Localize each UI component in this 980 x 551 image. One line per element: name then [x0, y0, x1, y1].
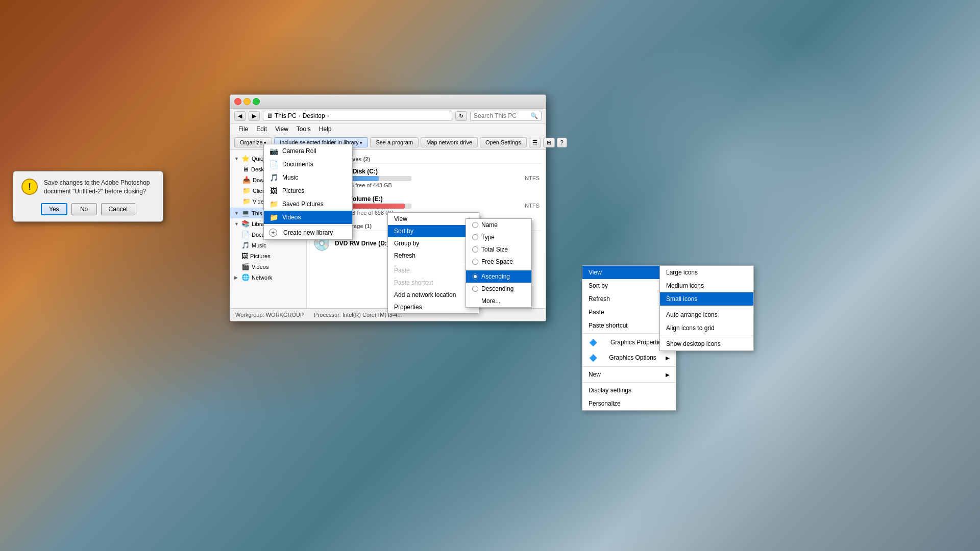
- open-settings-button[interactable]: Open Settings: [480, 137, 527, 147]
- breadcrumb-this-pc[interactable]: This PC: [275, 112, 297, 119]
- minimize-button[interactable]: [243, 98, 251, 105]
- lib-menu-saved-pictures[interactable]: 📁 Saved Pictures: [264, 197, 352, 211]
- drive-c-details: Local Disk (C:) 253 GB free of 443 GB: [335, 168, 521, 188]
- map-drive-button[interactable]: Map network drive: [421, 137, 478, 147]
- vsub-large-icons-label: Large icons: [666, 269, 698, 276]
- pictures-icon: 🖼: [241, 252, 248, 260]
- lib-create-new-label: Create new library: [283, 229, 333, 236]
- ctx-paste-shortcut-label: Paste shortcut: [394, 279, 433, 286]
- explorer-toolbar: ◀ ▶ 🖥 This PC › Desktop › ↻ 🔍: [230, 109, 546, 123]
- lib-menu-camera-roll[interactable]: 📷 Camera Roll: [264, 144, 352, 158]
- vsub-align-grid[interactable]: Align icons to grid: [660, 321, 753, 335]
- vsub-large-icons[interactable]: Large icons: [660, 266, 753, 279]
- close-button[interactable]: [234, 98, 241, 105]
- help-icon-button[interactable]: ?: [557, 138, 567, 147]
- lib-music-icon: 🎵: [269, 173, 278, 182]
- sort-type[interactable]: Type: [466, 231, 531, 243]
- dctx-personalize-label: Personalize: [589, 400, 621, 407]
- lib-saved-pictures-icon: 📁: [269, 200, 278, 208]
- lib-menu-pictures[interactable]: 🖼 Pictures: [264, 184, 352, 197]
- expand-icon2: ▼: [234, 211, 239, 216]
- lib-videos-label: Videos: [282, 214, 301, 221]
- view-submenu: Large icons Medium icons Small icons Aut…: [659, 265, 754, 351]
- maximize-button[interactable]: [253, 98, 260, 105]
- dctx-new[interactable]: New ▶: [582, 368, 676, 381]
- include-library-menu: 📷 Camera Roll 📄 Documents 🎵 Music 🖼 Pict…: [263, 144, 353, 240]
- processor-label: Processor:: [314, 312, 341, 318]
- ctx-view-label: View: [394, 215, 407, 222]
- breadcrumb[interactable]: 🖥 This PC › Desktop ›: [263, 111, 452, 121]
- dialog-cancel-button[interactable]: Cancel: [101, 203, 135, 215]
- lib-menu-documents[interactable]: 📄 Documents: [264, 158, 352, 171]
- vsub-medium-icons[interactable]: Medium icons: [660, 279, 753, 292]
- search-bar[interactable]: 🔍: [470, 111, 542, 121]
- graphics-options-icon: 🔷: [589, 353, 598, 362]
- dctx-new-label: New: [589, 371, 601, 378]
- menu-tools[interactable]: Tools: [292, 124, 315, 134]
- folder-icon: ⭐: [241, 155, 250, 162]
- lib-pictures-icon: 🖼: [269, 187, 278, 195]
- sidebar-item-music[interactable]: 🎵 Music: [230, 240, 306, 251]
- menu-help[interactable]: Help: [315, 124, 336, 134]
- sort-total-size[interactable]: Total Size: [466, 243, 531, 256]
- sort-name[interactable]: Name: [466, 219, 531, 231]
- search-input[interactable]: [474, 112, 530, 119]
- dctx-display-settings-label: Display settings: [589, 387, 631, 394]
- sidebar-item-videos2[interactable]: 🎬 Videos: [230, 261, 306, 272]
- dctx-paste-shortcut-label: Paste shortcut: [589, 322, 628, 329]
- refresh-button[interactable]: ↻: [455, 111, 467, 121]
- drive-c-fs: NTFS: [525, 175, 540, 181]
- forward-button[interactable]: ▶: [249, 111, 260, 121]
- vsub-auto-arrange-label: Auto arrange icons: [666, 311, 718, 318]
- workgroup-label: Workgroup:: [235, 312, 264, 318]
- sort-total-size-radio: [472, 246, 478, 253]
- dctx-refresh-label: Refresh: [589, 295, 610, 303]
- search-icon: 🔍: [530, 112, 538, 119]
- sort-more[interactable]: More...: [466, 295, 531, 307]
- dctx-personalize[interactable]: Personalize: [582, 397, 676, 410]
- vsub-show-desktop-icons-label: Show desktop icons: [666, 340, 721, 347]
- sort-free-space[interactable]: Free Space: [466, 256, 531, 268]
- titlebar-controls: [234, 98, 260, 105]
- dctx-graphics-options[interactable]: 🔷 Graphics Options ▶: [582, 350, 676, 365]
- menu-edit[interactable]: Edit: [252, 124, 271, 134]
- breadcrumb-sep1: ›: [299, 112, 301, 119]
- music-icon: 🎵: [241, 241, 250, 249]
- lib-menu-videos[interactable]: 📁 Videos: [264, 211, 352, 224]
- sort-submenu: Name Type Total Size Free Space Ascendin…: [465, 218, 532, 308]
- vsub-show-desktop-icons[interactable]: Show desktop icons: [660, 337, 753, 350]
- lib-menu-create-new[interactable]: + Create new library: [264, 225, 352, 239]
- expand-icon4: ▶: [234, 275, 239, 280]
- sidebar-item-network[interactable]: ▶ 🌐 Network: [230, 272, 306, 283]
- lib-saved-pictures-label: Saved Pictures: [282, 201, 324, 208]
- menu-file[interactable]: File: [234, 124, 252, 134]
- ctx-refresh-label: Refresh: [394, 252, 415, 259]
- see-program-button[interactable]: See a program: [370, 137, 419, 147]
- desktop-icon: 🖥: [242, 165, 249, 173]
- sort-free-space-radio: [472, 259, 478, 265]
- sort-type-label: Type: [481, 234, 495, 241]
- back-button[interactable]: ◀: [234, 111, 246, 121]
- lib-menu-music[interactable]: 🎵 Music: [264, 171, 352, 184]
- docs-icon: 📄: [241, 231, 250, 238]
- dialog-yes-button[interactable]: Yes: [41, 203, 67, 215]
- sort-descending[interactable]: Descending: [466, 283, 531, 295]
- vsub-small-icons[interactable]: Small icons: [660, 292, 753, 306]
- breadcrumb-desktop[interactable]: Desktop: [303, 112, 325, 119]
- dialog-no-button[interactable]: No: [71, 203, 97, 215]
- menu-view[interactable]: View: [271, 124, 292, 134]
- dctx-new-arrow: ▶: [666, 372, 670, 378]
- ctx-add-network-label: Add a network location: [394, 291, 456, 298]
- view-list-button[interactable]: ☰: [529, 138, 541, 147]
- breadcrumb-computer-icon: 🖥: [266, 112, 273, 119]
- dctx-display-settings[interactable]: Display settings: [582, 384, 676, 397]
- sort-descending-label: Descending: [481, 285, 513, 292]
- view-grid-button[interactable]: ⊞: [543, 138, 555, 147]
- sort-ascending-radio: [472, 273, 478, 280]
- sort-type-radio: [472, 234, 478, 240]
- sidebar-item-pictures[interactable]: 🖼 Pictures: [230, 251, 306, 261]
- vsub-auto-arrange[interactable]: Auto arrange icons: [660, 308, 753, 321]
- sort-free-space-label: Free Space: [481, 258, 513, 265]
- dctx-paste-label: Paste: [589, 309, 604, 316]
- sort-ascending[interactable]: Ascending: [466, 270, 531, 283]
